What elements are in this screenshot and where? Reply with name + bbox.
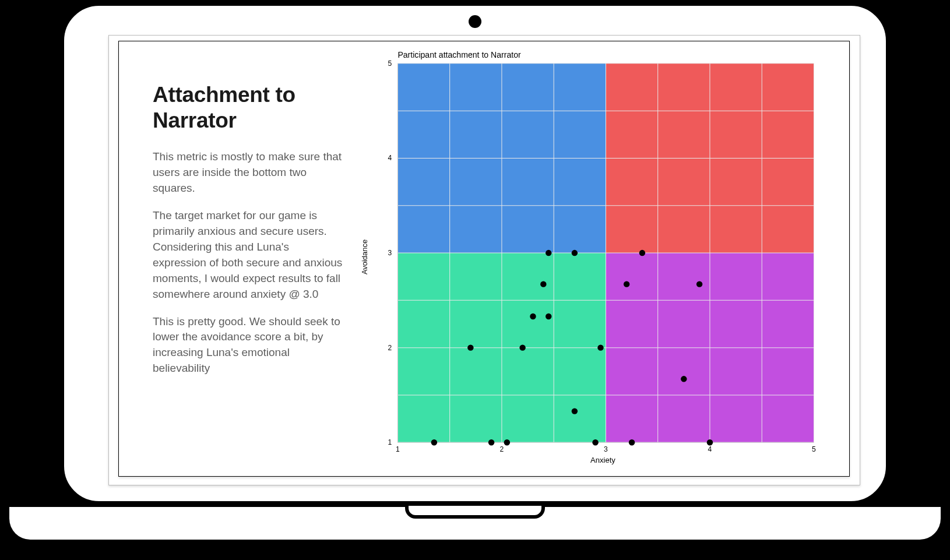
- slide-paragraph-2: The target market for our game is primar…: [153, 208, 345, 302]
- data-point: [541, 281, 547, 287]
- laptop-base: [3, 507, 947, 545]
- y-tick: 4: [388, 154, 392, 162]
- x-tick: 1: [396, 445, 400, 453]
- data-point: [624, 281, 629, 287]
- data-point: [707, 439, 713, 445]
- data-point: [530, 314, 536, 319]
- y-tick: 2: [388, 344, 392, 352]
- text-column: Attachment to Narrator This metric is mo…: [119, 41, 345, 476]
- x-tick: 5: [812, 445, 817, 453]
- plot-area: 1234512345: [388, 59, 817, 453]
- camera-dot: [469, 15, 481, 28]
- laptop-trackpad-notch: [405, 506, 545, 519]
- data-point: [546, 314, 551, 319]
- data-point: [696, 281, 702, 287]
- slide-content: Attachment to Narrator This metric is mo…: [119, 41, 849, 476]
- data-point: [468, 344, 474, 350]
- data-point: [681, 376, 687, 382]
- chart-column: Participant attachment to Narrator 12345…: [345, 41, 849, 476]
- y-tick: 5: [388, 59, 392, 68]
- laptop-bezel: Attachment to Narrator This metric is mo…: [58, 0, 892, 507]
- chart-container: Participant attachment to Narrator 12345…: [357, 48, 826, 466]
- attachment-scatter-chart: Participant attachment to Narrator 12345…: [357, 48, 826, 466]
- y-tick: 3: [388, 249, 392, 257]
- slide-screen: Attachment to Narrator This metric is mo…: [118, 41, 850, 477]
- data-point: [572, 250, 578, 256]
- data-point: [593, 439, 599, 445]
- slide-paragraph-3: This is pretty good. We should seek to l…: [153, 314, 345, 377]
- data-point: [598, 344, 604, 350]
- slide-paragraph-1: This metric is mostly to make sure that …: [153, 149, 345, 196]
- data-point: [546, 250, 551, 256]
- data-point: [520, 344, 526, 350]
- x-tick: 2: [500, 445, 504, 453]
- x-axis-label: Anxiety: [590, 456, 615, 464]
- data-point: [504, 439, 510, 445]
- x-tick: 3: [604, 445, 608, 453]
- y-tick: 1: [388, 438, 392, 446]
- data-point: [629, 439, 635, 445]
- y-axis-label: Avoidance: [360, 240, 369, 274]
- data-point: [431, 439, 437, 445]
- slide-title: Attachment to Narrator: [153, 82, 345, 134]
- data-point: [488, 439, 494, 445]
- data-point: [572, 408, 578, 414]
- x-tick: 4: [708, 445, 712, 453]
- chart-title: Participant attachment to Narrator: [398, 50, 522, 59]
- data-point: [639, 250, 645, 256]
